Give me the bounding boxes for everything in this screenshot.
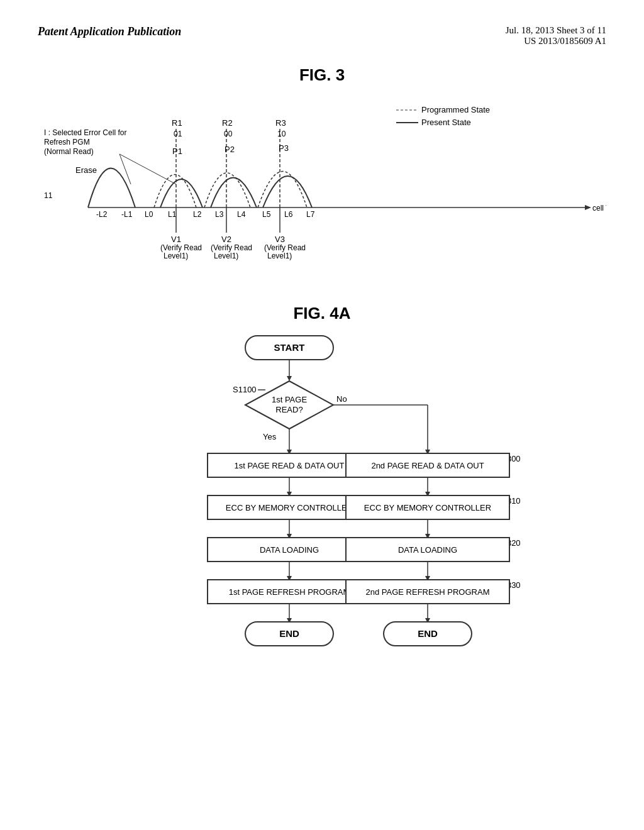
- svg-line-46: [119, 154, 131, 184]
- fig4a-svg: START S1100 1st PAGE READ? No Yes: [38, 329, 606, 694]
- svg-text:L6: L6: [284, 210, 293, 219]
- svg-text:Level1): Level1): [214, 252, 238, 260]
- svg-text:I : Selected Error Cell for: I : Selected Error Cell for: [44, 128, 126, 137]
- svg-text:V2: V2: [221, 235, 231, 244]
- svg-text:2nd PAGE REFRESH PROGRAM: 2nd PAGE REFRESH PROGRAM: [366, 587, 490, 597]
- svg-text:-L2: -L2: [96, 210, 108, 219]
- svg-text:-L1: -L1: [121, 210, 133, 219]
- svg-line-47: [119, 154, 176, 184]
- svg-text:R2: R2: [222, 118, 233, 128]
- page: Patent Application Publication Jul. 18, …: [0, 0, 644, 830]
- svg-text:No: No: [336, 394, 347, 404]
- svg-text:1st PAGE: 1st PAGE: [272, 395, 307, 404]
- header-right: Jul. 18, 2013 Sheet 3 of 11 US 2013/0185…: [506, 25, 606, 47]
- svg-text:L3: L3: [215, 210, 224, 219]
- header-patent-num: US 2013/0185609 A1: [506, 36, 606, 47]
- header-left: Patent Application Publication: [38, 25, 181, 38]
- svg-text:(Normal Read): (Normal Read): [44, 147, 94, 156]
- fig4a-title: FIG. 4A: [38, 304, 606, 323]
- svg-text:1st PAGE REFRESH PROGRAM: 1st PAGE REFRESH PROGRAM: [229, 587, 350, 597]
- svg-text:cell Vth(volt.): cell Vth(volt.): [592, 204, 606, 213]
- svg-text:S1100: S1100: [233, 385, 257, 394]
- svg-text:L2: L2: [193, 210, 202, 219]
- svg-text:2nd PAGE READ & DATA OUT: 2nd PAGE READ & DATA OUT: [371, 461, 484, 470]
- fig3-svg: Programmed State Present State I : Selec…: [38, 91, 606, 286]
- svg-text:P1: P1: [172, 147, 182, 156]
- header-date-sheet: Jul. 18, 2013 Sheet 3 of 11: [506, 25, 606, 36]
- svg-text:Refresh PGM: Refresh PGM: [44, 138, 90, 147]
- svg-text:Level1): Level1): [267, 252, 292, 260]
- svg-text:Level1): Level1): [164, 252, 188, 260]
- svg-text:(Verify Read: (Verify Read: [211, 243, 252, 252]
- svg-text:END: END: [418, 628, 438, 639]
- header: Patent Application Publication Jul. 18, …: [38, 25, 606, 47]
- svg-text:R3: R3: [275, 118, 286, 128]
- svg-text:(Verify Read: (Verify Read: [264, 243, 306, 252]
- svg-text:START: START: [274, 342, 305, 353]
- svg-text:L5: L5: [262, 210, 271, 219]
- svg-text:10: 10: [277, 130, 286, 138]
- svg-text:L0: L0: [145, 210, 153, 219]
- svg-text:ECC BY MEMORY CONTROLLER: ECC BY MEMORY CONTROLLER: [364, 503, 491, 512]
- svg-text:Programmed State: Programmed State: [421, 105, 490, 114]
- svg-text:DATA LOADING: DATA LOADING: [260, 545, 319, 555]
- svg-text:Erase: Erase: [75, 165, 97, 175]
- fig3-title: FIG. 3: [38, 65, 606, 85]
- svg-text:Yes: Yes: [263, 432, 277, 441]
- svg-text:P3: P3: [279, 143, 289, 153]
- fig3-container: Programmed State Present State I : Selec…: [38, 91, 606, 292]
- svg-marker-10: [585, 205, 591, 210]
- svg-text:DATA LOADING: DATA LOADING: [398, 545, 457, 555]
- svg-text:(Verify Read: (Verify Read: [160, 243, 202, 252]
- svg-text:01: 01: [174, 130, 182, 138]
- svg-text:00: 00: [224, 130, 233, 138]
- svg-text:L1: L1: [168, 210, 177, 219]
- svg-text:READ?: READ?: [275, 405, 303, 414]
- svg-text:END: END: [279, 628, 299, 639]
- publication-label: Patent Application Publication: [38, 25, 181, 38]
- svg-text:1st PAGE READ & DATA OUT: 1st PAGE READ & DATA OUT: [235, 461, 345, 470]
- svg-text:P2: P2: [225, 145, 235, 154]
- svg-text:V1: V1: [171, 235, 181, 244]
- svg-text:Present State: Present State: [421, 118, 471, 127]
- svg-text:V3: V3: [275, 235, 285, 244]
- fig4a-container: START S1100 1st PAGE READ? No Yes: [38, 329, 606, 697]
- svg-text:L7: L7: [306, 210, 315, 219]
- svg-text:11: 11: [44, 191, 53, 200]
- svg-text:L4: L4: [237, 210, 246, 219]
- svg-text:R1: R1: [172, 118, 182, 128]
- svg-marker-51: [287, 376, 292, 381]
- svg-text:ECC BY MEMORY CONTROLLER: ECC BY MEMORY CONTROLLER: [226, 503, 353, 512]
